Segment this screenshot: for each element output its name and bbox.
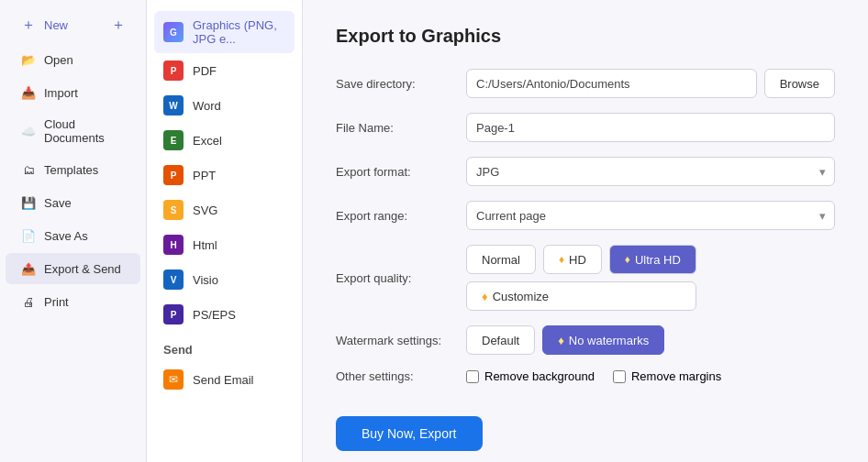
remove-margins-label: Remove margins <box>631 369 721 383</box>
graphics-icon: G <box>163 22 184 42</box>
save-directory-label: Save directory: <box>336 77 455 91</box>
sidebar-item-save[interactable]: 💾 Save <box>6 187 140 218</box>
visio-icon: V <box>163 270 184 290</box>
sidebar-item-export[interactable]: 📤 Export & Send <box>6 253 140 284</box>
other-settings-label: Other settings: <box>336 369 455 383</box>
remove-background-item[interactable]: Remove background <box>466 369 595 383</box>
format-item-excel[interactable]: E Excel <box>154 123 295 158</box>
send-section-title: Send <box>154 332 295 362</box>
format-label-pseps: PS/EPS <box>193 308 236 322</box>
send-item-email[interactable]: ✉ Send Email <box>154 362 295 397</box>
format-label-graphics: Graphics (PNG, JPG e... <box>193 18 285 46</box>
new-plus-icon: ＋ <box>111 16 126 35</box>
format-item-visio[interactable]: V Visio <box>154 262 295 297</box>
sidebar: ＋ New ＋ 📂 Open 📥 Import ☁️ Cloud Documen… <box>0 0 147 462</box>
format-label-html: Html <box>193 238 217 252</box>
sidebar-item-cloud[interactable]: ☁️ Cloud Documents <box>6 110 140 152</box>
save-directory-input[interactable] <box>466 69 757 98</box>
watermark-none-button[interactable]: ♦ No watermarks <box>542 325 664 355</box>
word-icon: W <box>163 95 184 116</box>
gem-icon-customize: ♦ <box>482 290 488 303</box>
format-label-ppt: PPT <box>193 169 216 182</box>
export-range-label: Export range: <box>336 209 455 223</box>
watermark-label: Watermark settings: <box>336 334 455 347</box>
send-label-email: Send Email <box>193 373 253 387</box>
format-item-svg[interactable]: S SVG <box>154 192 295 227</box>
format-item-ppt[interactable]: P PPT <box>154 158 295 192</box>
customize-button[interactable]: ♦ Customize <box>466 281 696 311</box>
quality-ultrahd-label: Ultra HD <box>635 253 681 267</box>
print-icon: 🖨 <box>20 293 37 310</box>
sidebar-item-saveas[interactable]: 📄 Save As <box>6 220 140 251</box>
other-settings-control: Remove background Remove margins <box>466 369 835 383</box>
quality-hd-label: HD <box>569 253 586 267</box>
quality-col: Normal ♦ HD ♦ Ultra HD ♦ Customize <box>466 245 696 311</box>
saveas-icon: 📄 <box>20 227 37 244</box>
sidebar-label-saveas: Save As <box>44 229 88 243</box>
other-settings-row: Other settings: Remove background Remove… <box>336 369 835 383</box>
export-format-row: Export format: JPG PNG BMP SVG TIFF <box>336 157 835 186</box>
pseps-icon: P <box>163 304 184 324</box>
save-directory-control: Browse <box>466 69 835 98</box>
export-quality-row: Export quality: Normal ♦ HD ♦ Ultra HD ♦ <box>336 245 835 311</box>
sidebar-label-import: Import <box>44 86 78 100</box>
format-item-pseps[interactable]: P PS/EPS <box>154 297 295 332</box>
main-panel: Export to Graphics Save directory: Brows… <box>303 0 868 462</box>
export-range-control: Current page All pages Selected shapes <box>466 201 835 230</box>
export-quality-control: Normal ♦ HD ♦ Ultra HD ♦ Customize <box>466 245 835 311</box>
browse-button[interactable]: Browse <box>764 69 835 98</box>
watermark-row: Watermark settings: Default ♦ No waterma… <box>336 325 835 355</box>
gem-icon-hd: ♦ <box>559 253 564 266</box>
remove-background-checkbox[interactable] <box>466 370 479 383</box>
page-title: Export to Graphics <box>336 26 835 47</box>
sidebar-item-new[interactable]: ＋ New ＋ <box>6 8 140 42</box>
remove-background-label: Remove background <box>484 369 595 383</box>
export-range-select[interactable]: Current page All pages Selected shapes <box>466 201 835 230</box>
checkbox-group: Remove background Remove margins <box>466 369 721 383</box>
export-format-control: JPG PNG BMP SVG TIFF <box>466 157 835 186</box>
quality-group: Normal ♦ HD ♦ Ultra HD <box>466 245 696 274</box>
quality-hd-button[interactable]: ♦ HD <box>543 245 602 274</box>
sidebar-label-save: Save <box>44 196 72 210</box>
remove-margins-checkbox[interactable] <box>613 370 626 383</box>
format-label-word: Word <box>193 99 221 113</box>
sidebar-label-open: Open <box>44 53 73 67</box>
format-label-visio: Visio <box>193 273 218 287</box>
save-icon: 💾 <box>20 194 37 211</box>
email-icon: ✉ <box>163 369 184 390</box>
watermark-control: Default ♦ No watermarks <box>466 325 835 355</box>
export-range-select-wrap: Current page All pages Selected shapes <box>466 201 835 230</box>
format-item-graphics[interactable]: G Graphics (PNG, JPG e... <box>154 11 295 53</box>
gem-icon-wm: ♦ <box>558 334 564 347</box>
quality-normal-button[interactable]: Normal <box>466 245 536 274</box>
format-item-html[interactable]: H Html <box>154 227 295 262</box>
new-icon: ＋ <box>20 17 37 34</box>
sidebar-item-import[interactable]: 📥 Import <box>6 77 140 108</box>
templates-icon: 🗂 <box>20 161 37 178</box>
cloud-icon: ☁️ <box>20 123 37 139</box>
gem-icon-uhd: ♦ <box>625 253 630 266</box>
open-icon: 📂 <box>20 51 37 68</box>
quality-ultrahd-button[interactable]: ♦ Ultra HD <box>609 245 696 274</box>
export-quality-label: Export quality: <box>336 271 455 285</box>
export-format-label: Export format: <box>336 165 455 179</box>
ppt-icon: P <box>163 165 184 185</box>
format-panel: G Graphics (PNG, JPG e... P PDF W Word E… <box>147 0 303 462</box>
format-label-pdf: PDF <box>193 64 217 78</box>
export-format-select[interactable]: JPG PNG BMP SVG TIFF <box>466 157 835 186</box>
format-item-pdf[interactable]: P PDF <box>154 53 295 88</box>
filename-input[interactable] <box>466 113 835 142</box>
sidebar-label-cloud: Cloud Documents <box>44 117 126 145</box>
watermark-none-label: No watermarks <box>569 334 649 347</box>
format-item-word[interactable]: W Word <box>154 88 295 123</box>
sidebar-item-templates[interactable]: 🗂 Templates <box>6 154 140 185</box>
sidebar-item-open[interactable]: 📂 Open <box>6 44 140 75</box>
sidebar-item-print[interactable]: 🖨 Print <box>6 286 140 317</box>
buy-export-button[interactable]: Buy Now, Export <box>336 416 483 451</box>
excel-icon: E <box>163 130 184 150</box>
filename-label: File Name: <box>336 121 455 135</box>
export-icon: 📤 <box>20 260 37 277</box>
remove-margins-item[interactable]: Remove margins <box>613 369 721 383</box>
format-label-svg: SVG <box>193 204 217 217</box>
watermark-default-button[interactable]: Default <box>466 325 535 355</box>
